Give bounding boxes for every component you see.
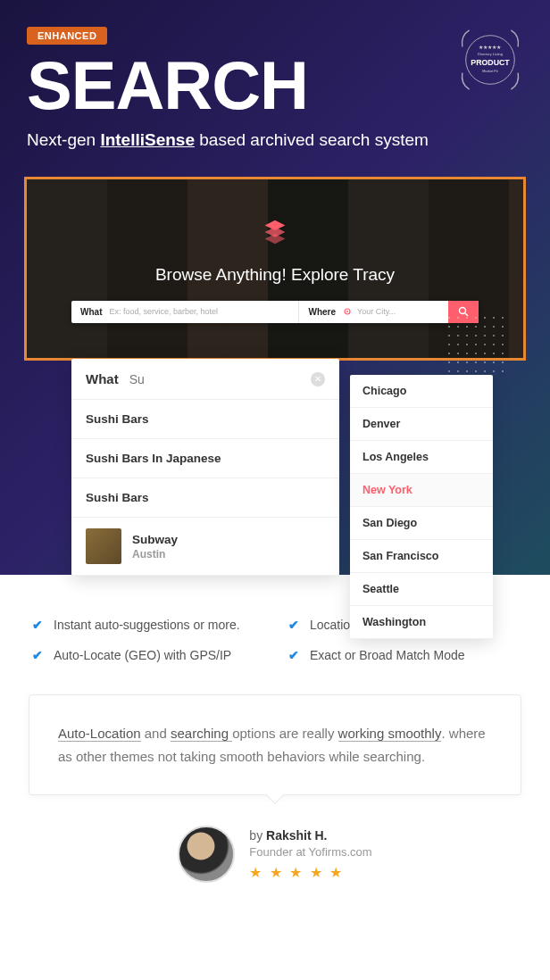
city-option[interactable]: Denver [350,408,493,441]
check-icon: ✔ [288,648,299,662]
where-placeholder: Your City... [357,307,396,316]
product-seal-badge: ★★★★★ Directory Listing PRODUCT Market F… [455,25,525,95]
business-location: Austin [132,548,178,561]
city-option[interactable]: Los Angeles [350,441,493,474]
clear-input-button[interactable]: ✕ [311,372,325,386]
demo-logo-icon [258,215,292,253]
business-thumbnail [86,528,121,564]
quote-text: Auto-Location and searching options are … [58,722,492,768]
demo-tagline: Browse Anything! Explore Tracy [155,265,395,285]
city-option[interactable]: Chicago [350,375,493,408]
rating-stars: ★ ★ ★ ★ ★ [249,864,371,881]
check-icon: ✔ [32,648,43,662]
what-dropdown: What Su ✕ Sushi Bars Sushi Bars In Japan… [71,359,339,576]
feature-item: ✔Instant auto-suggestions or more. [32,618,262,632]
dropdowns-overlay: What Su ✕ Sushi Bars Sushi Bars In Japan… [27,361,523,575]
author-role: Founder at Yofirms.com [249,845,371,859]
svg-text:Market Fit: Market Fit [482,69,498,73]
city-option[interactable]: San Francisco [350,540,493,573]
what-label: What [80,307,102,317]
check-icon: ✔ [288,618,299,632]
feature-item: ✔Exact or Broad Match Mode [288,648,518,662]
what-dd-input[interactable]: Su [129,372,145,386]
suggestion-item[interactable]: Sushi Bars [71,478,339,518]
svg-text:PRODUCT: PRODUCT [471,58,510,67]
suggestion-item[interactable]: Sushi Bars [71,400,339,439]
city-option[interactable]: San Diego [350,507,493,540]
demo-frame: Browse Anything! Explore Tracy What Ex: … [24,177,526,361]
suggestion-business-item[interactable]: Subway Austin [71,518,339,576]
page-title: SEARCH [27,52,523,120]
author-name-line: by Rakshit H. [249,828,371,843]
enhanced-badge: ENHANCED [27,27,107,45]
suggestion-item[interactable]: Sushi Bars In Japanese [71,439,339,478]
what-dropdown-header: What Su ✕ [71,359,339,400]
city-option[interactable]: Washington [350,606,493,639]
where-dropdown: Chicago Denver Los Angeles New York San … [350,375,493,639]
what-placeholder: Ex: food, service, barber, hotel [110,307,219,316]
testimonial-quote: Auto-Location and searching options are … [29,694,521,795]
searchbar-where-field[interactable]: Where Your City... [299,301,448,323]
city-option[interactable]: Seattle [350,573,493,606]
feature-item: ✔Auto-Locate (GEO) with GPS/IP [32,648,262,662]
svg-text:★★★★★: ★★★★★ [479,45,502,50]
testimonial-author: by Rakshit H. Founder at Yofirms.com ★ ★… [0,795,550,918]
check-icon: ✔ [32,618,43,632]
what-dd-label: What [86,371,119,386]
searchbar-what-field[interactable]: What Ex: food, service, barber, hotel [71,301,299,323]
subtitle: Next-gen IntelliSense based archived sea… [27,130,523,150]
hero-section: ★★★★★ Directory Listing PRODUCT Market F… [0,0,550,575]
location-icon [343,307,352,316]
svg-text:Directory Listing: Directory Listing [478,52,503,56]
where-label: Where [308,307,336,317]
business-name: Subway [132,533,178,546]
demo-searchbar: What Ex: food, service, barber, hotel Wh… [71,301,479,323]
city-option-active[interactable]: New York [350,474,493,507]
author-avatar [178,826,235,883]
svg-point-6 [346,311,348,312]
